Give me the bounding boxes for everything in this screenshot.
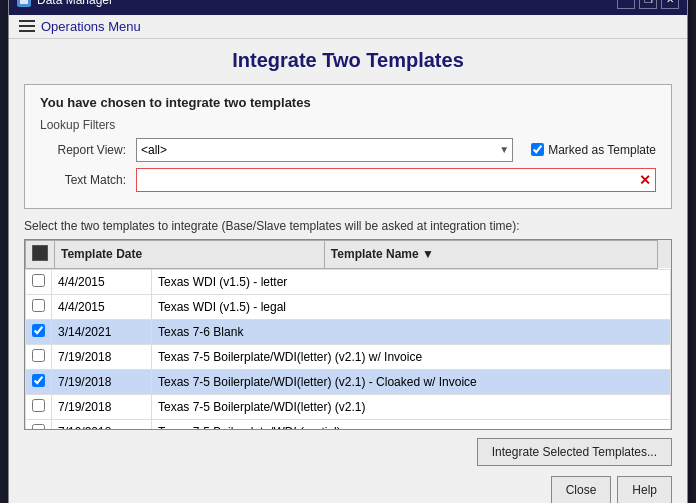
row-checkbox-cell xyxy=(26,344,52,369)
row-checkbox[interactable] xyxy=(32,399,45,412)
table-scroll-area[interactable]: 4/4/2015Texas WDI (v1.5) - letter4/4/201… xyxy=(25,269,671,429)
row-name: Texas WDI (v1.5) - legal xyxy=(152,294,671,319)
table-row[interactable]: 4/4/2015Texas WDI (v1.5) - legal xyxy=(26,294,671,319)
title-bar-left: Data Manager xyxy=(17,0,113,7)
close-window-button[interactable]: ✕ xyxy=(661,0,679,9)
window-title: Data Manager xyxy=(37,0,113,7)
table-row[interactable]: 7/19/2018Texas 7-5 Boilerplate/WDI (part… xyxy=(26,419,671,429)
title-bar: Data Manager − ❐ ✕ xyxy=(9,0,687,15)
row-date: 7/19/2018 xyxy=(52,419,152,429)
row-name: Texas WDI (v1.5) - letter xyxy=(152,269,671,294)
table-row[interactable]: 4/4/2015Texas WDI (v1.5) - letter xyxy=(26,269,671,294)
integrate-selected-button[interactable]: Integrate Selected Templates... xyxy=(477,438,672,466)
text-match-label: Text Match: xyxy=(40,173,130,187)
row-name: Texas 7-5 Boilerplate/WDI(letter) (v2.1) xyxy=(152,394,671,419)
report-view-label: Report View: xyxy=(40,143,130,157)
row-checkbox-cell xyxy=(26,419,52,429)
svg-rect-0 xyxy=(20,0,28,4)
table-row[interactable]: 3/14/2021Texas 7-6 Blank xyxy=(26,319,671,344)
row-date: 4/4/2015 xyxy=(52,294,152,319)
row-date: 7/19/2018 xyxy=(52,369,152,394)
report-view-input-area: <all> ▼ Marked as Template xyxy=(136,138,656,162)
marked-template-area: Marked as Template xyxy=(531,143,656,157)
filter-section: You have chosen to integrate two templat… xyxy=(24,84,672,209)
table-row[interactable]: 7/19/2018Texas 7-5 Boilerplate/WDI(lette… xyxy=(26,344,671,369)
row-name: Texas 7-5 Boilerplate/WDI(letter) (v2.1)… xyxy=(152,369,671,394)
text-match-row: Text Match: ✕ xyxy=(40,168,656,192)
clear-text-button[interactable]: ✕ xyxy=(636,171,654,189)
row-checkbox-cell xyxy=(26,369,52,394)
row-name: Texas 7-5 Boilerplate/WDI(letter) (v2.1)… xyxy=(152,344,671,369)
table-instruction: Select the two templates to integrate (B… xyxy=(24,219,672,233)
header-date: Template Date xyxy=(55,240,325,268)
row-date: 7/19/2018 xyxy=(52,394,152,419)
row-checkbox[interactable] xyxy=(32,274,45,287)
row-date: 7/19/2018 xyxy=(52,344,152,369)
table-body: 4/4/2015Texas WDI (v1.5) - letter4/4/201… xyxy=(26,269,671,429)
templates-table-body: 4/4/2015Texas WDI (v1.5) - letter4/4/201… xyxy=(25,269,671,429)
row-checkbox[interactable] xyxy=(32,349,45,362)
text-match-input-area: ✕ xyxy=(136,168,656,192)
row-checkbox[interactable] xyxy=(32,424,45,429)
table-row[interactable]: 7/19/2018Texas 7-5 Boilerplate/WDI(lette… xyxy=(26,369,671,394)
report-view-select[interactable]: <all> xyxy=(136,138,513,162)
menu-bar: Operations Menu xyxy=(9,15,687,39)
scrollbar-spacer xyxy=(657,240,671,268)
row-date: 4/4/2015 xyxy=(52,269,152,294)
templates-table: Template Date Template Name ▼ xyxy=(25,240,671,269)
row-checkbox-cell xyxy=(26,394,52,419)
row-checkbox-cell xyxy=(26,294,52,319)
title-bar-controls: − ❐ ✕ xyxy=(617,0,679,9)
header-checkbox-col xyxy=(26,240,55,268)
row-date: 3/14/2021 xyxy=(52,319,152,344)
report-view-select-wrapper: <all> ▼ xyxy=(136,138,513,162)
sort-arrow-icon: ▼ xyxy=(422,247,434,261)
marked-template-checkbox[interactable] xyxy=(531,143,544,156)
app-icon xyxy=(17,0,31,7)
text-match-wrapper: ✕ xyxy=(136,168,656,192)
minimize-button[interactable]: − xyxy=(617,0,635,9)
restore-button[interactable]: ❐ xyxy=(639,0,657,9)
row-checkbox[interactable] xyxy=(32,324,45,337)
row-checkbox[interactable] xyxy=(32,374,45,387)
intro-text: You have chosen to integrate two templat… xyxy=(40,95,656,110)
row-name: Texas 7-5 Boilerplate/WDI (partial) xyxy=(152,419,671,429)
help-button[interactable]: Help xyxy=(617,476,672,504)
lookup-filters-label: Lookup Filters xyxy=(40,118,656,132)
main-content: Integrate Two Templates You have chosen … xyxy=(9,39,687,504)
table-row[interactable]: 7/19/2018Texas 7-5 Boilerplate/WDI(lette… xyxy=(26,394,671,419)
close-button[interactable]: Close xyxy=(551,476,612,504)
row-checkbox[interactable] xyxy=(32,299,45,312)
table-container: Template Date Template Name ▼ 4/4/2015Te… xyxy=(24,239,672,430)
header-check-icon xyxy=(32,245,48,261)
text-match-input[interactable] xyxy=(136,168,656,192)
operations-menu[interactable]: Operations Menu xyxy=(41,19,141,34)
row-checkbox-cell xyxy=(26,319,52,344)
report-view-row: Report View: <all> ▼ Marked as Template xyxy=(40,138,656,162)
row-name: Texas 7-6 Blank xyxy=(152,319,671,344)
page-title: Integrate Two Templates xyxy=(24,49,672,72)
row-checkbox-cell xyxy=(26,269,52,294)
hamburger-icon[interactable] xyxy=(19,20,35,32)
table-header: Template Date Template Name ▼ xyxy=(26,240,672,268)
action-row: Integrate Selected Templates... xyxy=(24,438,672,466)
bottom-row: Close Help xyxy=(24,476,672,504)
main-window: Data Manager − ❐ ✕ Operations Menu Integ… xyxy=(8,0,688,503)
marked-template-label: Marked as Template xyxy=(548,143,656,157)
header-name: Template Name ▼ xyxy=(324,240,657,268)
